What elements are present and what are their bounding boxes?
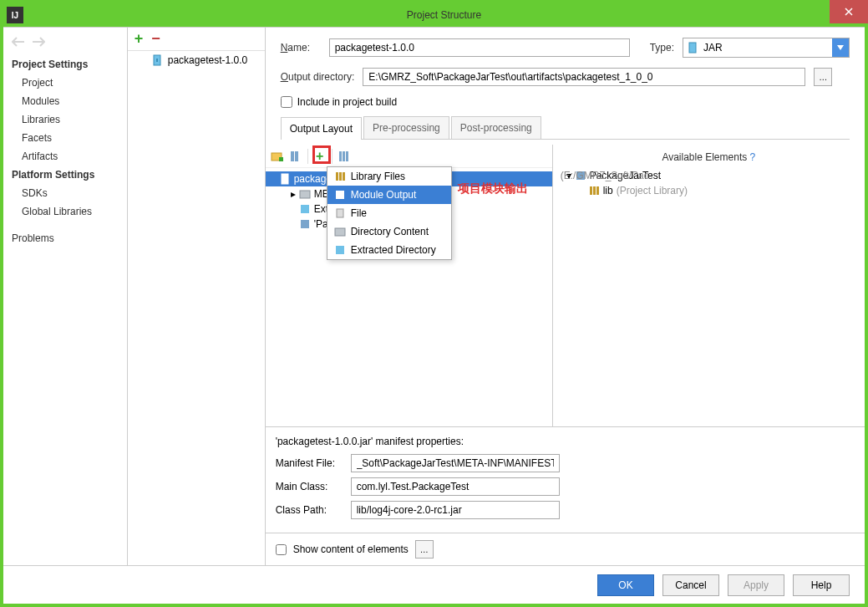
add-copy-button[interactable]: + xyxy=(313,150,327,163)
close-button[interactable] xyxy=(830,0,868,23)
help-button[interactable]: Help xyxy=(793,574,850,596)
sort-icon[interactable] xyxy=(338,150,351,163)
svg-rect-14 xyxy=(336,172,338,181)
archive-icon xyxy=(299,203,311,215)
new-folder-icon[interactable] xyxy=(271,150,284,163)
outdir-label: Output directory: xyxy=(281,71,355,83)
tab-pre-processing[interactable]: Pre-processing xyxy=(363,116,449,139)
svg-rect-10 xyxy=(282,174,288,184)
include-build-checkbox[interactable] xyxy=(281,96,292,108)
name-label: Name: xyxy=(281,42,321,54)
popup-extracted-directory[interactable]: Extracted Directory xyxy=(327,241,451,259)
show-content-checkbox[interactable] xyxy=(276,544,287,555)
apply-button[interactable]: Apply xyxy=(728,574,784,596)
show-content-label: Show content of elements xyxy=(293,543,409,555)
svg-rect-8 xyxy=(343,151,345,161)
svg-rect-2 xyxy=(689,43,696,53)
help-icon[interactable]: ? xyxy=(750,151,756,163)
artifacts-list: + − packagetest-1.0.0 xyxy=(128,28,266,565)
main-class-input[interactable] xyxy=(351,477,560,496)
type-label: Type: xyxy=(650,42,674,54)
add-artifact-button[interactable]: + xyxy=(135,30,144,48)
svg-rect-9 xyxy=(346,151,348,161)
dropdown-icon[interactable] xyxy=(832,38,849,57)
module-icon xyxy=(299,218,311,230)
browse-outdir-button[interactable]: … xyxy=(814,68,832,86)
available-elements-label: Available Elements xyxy=(662,151,747,163)
popup-library-files[interactable]: Library Files xyxy=(327,167,451,186)
popup-directory-content[interactable]: Directory Content xyxy=(327,222,451,241)
archive-icon xyxy=(334,244,346,256)
svg-rect-13 xyxy=(301,220,309,228)
add-copy-popup: Library Files Module Output File Di xyxy=(327,166,452,260)
svg-rect-15 xyxy=(339,172,342,181)
app-icon: IJ xyxy=(7,7,23,23)
svg-rect-20 xyxy=(336,246,344,254)
nav-global-libraries[interactable]: Global Libraries xyxy=(3,202,127,221)
svg-rect-24 xyxy=(596,186,599,195)
remove-artifact-button[interactable]: − xyxy=(151,30,160,48)
popup-file[interactable]: File xyxy=(327,204,451,222)
selected-path-hint: (E:/GMRZ_Soft/Pac xyxy=(561,170,753,181)
name-input[interactable] xyxy=(329,38,630,57)
available-elements-panel: Available Elements ? ▾ PackageJarTest li… xyxy=(553,145,865,426)
section-project-settings: Project Settings xyxy=(3,55,127,74)
back-icon[interactable] xyxy=(12,36,25,50)
output-layout-panel: + packaget (E:/GMRZ_Soft/Pac ▸ xyxy=(266,145,553,426)
svg-rect-5 xyxy=(291,151,294,161)
cancel-button[interactable]: Cancel xyxy=(662,574,719,596)
section-platform-settings: Platform Settings xyxy=(3,166,127,184)
module-icon xyxy=(334,189,346,201)
nav-project[interactable]: Project xyxy=(3,74,127,92)
settings-sidebar: Project Settings Project Modules Librari… xyxy=(3,28,128,565)
library-icon xyxy=(334,171,346,182)
manifest-title: 'packagetest-1.0.0.jar' manifest propert… xyxy=(276,436,855,447)
tab-post-processing[interactable]: Post-processing xyxy=(451,116,541,139)
svg-rect-18 xyxy=(337,209,343,217)
manifest-file-input[interactable] xyxy=(351,454,560,472)
forward-icon[interactable] xyxy=(32,36,45,50)
artifact-item[interactable]: packagetest-1.0.0 xyxy=(128,51,265,69)
show-content-config-button[interactable]: … xyxy=(415,540,434,559)
outdir-input[interactable] xyxy=(363,68,805,86)
jar-icon xyxy=(279,173,291,185)
svg-rect-17 xyxy=(336,191,344,199)
popup-module-output[interactable]: Module Output xyxy=(327,186,451,204)
titlebar: IJ Project Structure xyxy=(3,3,865,27)
svg-rect-16 xyxy=(343,172,345,181)
nav-modules[interactable]: Modules xyxy=(3,92,127,110)
svg-rect-12 xyxy=(301,205,309,213)
jar-icon xyxy=(151,54,163,66)
arrow-right-icon: ▸ xyxy=(291,188,296,200)
ok-button[interactable]: OK xyxy=(597,574,654,596)
artifact-label: packagetest-1.0.0 xyxy=(168,54,247,66)
svg-rect-4 xyxy=(279,157,283,161)
include-build-label: Include in project build xyxy=(297,96,397,108)
svg-rect-11 xyxy=(300,191,310,198)
type-value: JAR xyxy=(703,42,723,54)
window-title: Project Structure xyxy=(23,9,865,21)
nav-artifacts[interactable]: Artifacts xyxy=(3,147,127,166)
library-icon xyxy=(588,185,600,196)
class-path-label: Class Path: xyxy=(276,504,343,516)
nav-libraries[interactable]: Libraries xyxy=(3,110,127,129)
nav-problems[interactable]: Problems xyxy=(3,229,127,247)
jar-icon xyxy=(687,42,698,54)
svg-rect-22 xyxy=(590,186,592,195)
svg-rect-1 xyxy=(156,59,158,62)
manifest-file-label: Manifest File: xyxy=(276,457,343,469)
avail-lib-row[interactable]: lib (Project Library) xyxy=(563,183,855,198)
class-path-input[interactable] xyxy=(351,501,560,519)
type-select[interactable]: JAR xyxy=(683,38,850,58)
folder-icon xyxy=(334,226,346,237)
tab-output-layout[interactable]: Output Layout xyxy=(281,117,362,140)
svg-rect-23 xyxy=(593,186,596,195)
manifest-properties: 'packagetest-1.0.0.jar' manifest propert… xyxy=(266,427,865,533)
svg-rect-19 xyxy=(335,228,345,236)
help-annotation: 项目模块输出 xyxy=(458,181,528,196)
nav-facets[interactable]: Facets xyxy=(3,129,127,147)
new-archive-icon[interactable] xyxy=(289,150,302,163)
nav-sdks[interactable]: SDKs xyxy=(3,184,127,202)
svg-rect-7 xyxy=(339,151,342,161)
main-class-label: Main Class: xyxy=(276,481,343,492)
